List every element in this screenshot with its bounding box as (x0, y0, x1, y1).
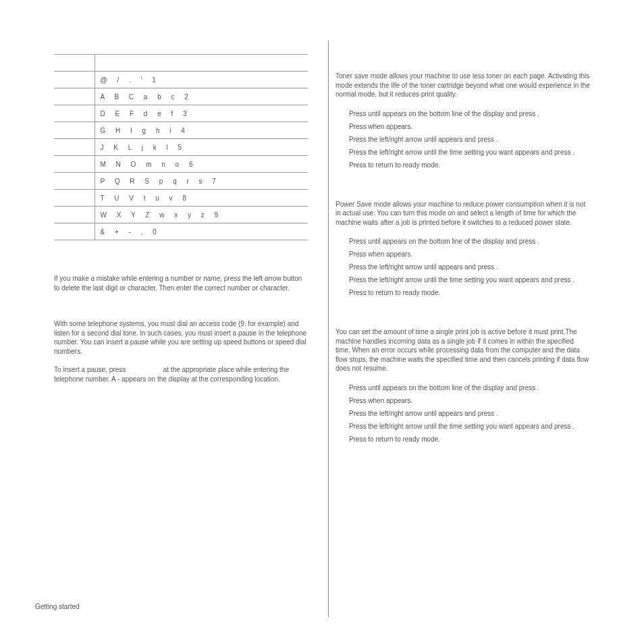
toner-save-steps: Press until appears on the bottom line o… (336, 109, 590, 170)
table-row: @ / . ' 1 (54, 72, 308, 88)
step-item: Press the left/right arrow until appears… (349, 262, 590, 272)
step-item: Press when appears. (349, 396, 590, 406)
step-item: Press the left/right arrow until the tim… (349, 421, 590, 431)
table-row: A B C a b c 2 (54, 88, 308, 105)
table-row: D E F d e f 3 (54, 105, 308, 122)
job-timeout-steps: Press until appears on the bottom line o… (336, 383, 590, 444)
step-item: Press to return to ready mode. (349, 288, 590, 298)
job-timeout-intro: You can set the amount of time a single … (336, 327, 590, 373)
correcting-mistake-text: If you make a mistake while entering a n… (54, 274, 308, 292)
step-item: Press to return to ready mode. (349, 434, 590, 444)
table-row: T U V t u v 8 (54, 190, 308, 207)
table-row: J K L j k l 5 (54, 139, 308, 156)
table-row: W X Y Z w x y z 9 (54, 207, 308, 223)
footer-text: Getting started (35, 603, 80, 610)
step-item: Press to return to ready mode. (349, 160, 590, 170)
step-item: Press until appears on the bottom line o… (349, 109, 590, 119)
power-save-steps: Press until appears on the bottom line o… (336, 236, 590, 298)
right-column: Toner save mode allows your machine to u… (329, 41, 610, 617)
toner-save-intro: Toner save mode allows your machine to u… (336, 72, 590, 99)
step-item: Press the left/right arrow until appears… (349, 134, 590, 144)
step-item: Press when appears. (349, 122, 590, 132)
table-row: P Q R S p q r s 7 (54, 173, 308, 190)
step-item: Press the left/right arrow until the tim… (349, 147, 590, 157)
character-keypad-table: @ / . ' 1 A B C a b c 2 D E F d e f 3 G … (54, 54, 308, 240)
power-save-intro: Power Save mode allows your machine to r… (336, 200, 590, 227)
step-item: Press the left/right arrow until appears… (349, 408, 590, 419)
step-item: Press until appears on the bottom line o… (349, 236, 590, 246)
step-item: Press when appears. (349, 249, 590, 259)
table-row: M N O m n o 6 (54, 156, 308, 173)
table-row: & + - , 0 (54, 223, 308, 240)
step-item: Press the left/right arrow until the tim… (349, 275, 590, 285)
table-row (54, 55, 308, 72)
step-item: Press until appears on the bottom line o… (349, 383, 590, 393)
pause-intro-text: With some telephone systems, you must di… (54, 319, 308, 356)
left-column: @ / . ' 1 A B C a b c 2 D E F d e f 3 G … (47, 41, 329, 617)
pause-instruction-text: To insert a pause, press at the appropri… (54, 365, 308, 383)
table-row: G H I g h i 4 (54, 122, 308, 139)
